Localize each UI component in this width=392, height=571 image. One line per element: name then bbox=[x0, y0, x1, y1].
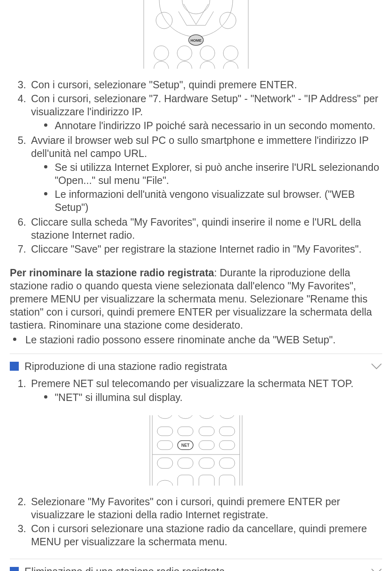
svg-point-6 bbox=[154, 46, 169, 60]
svg-rect-27 bbox=[219, 458, 235, 468]
svg-rect-24 bbox=[157, 458, 173, 468]
step-text: Cliccare sulla scheda "My Favorites", qu… bbox=[31, 216, 361, 241]
step-sub-item: Le informazioni dell'unità vengono visua… bbox=[43, 188, 382, 214]
section-header-left-2: Eliminazione di una stazione radio regis… bbox=[10, 565, 225, 571]
rename-bold: Per rinominare la stazione radio registr… bbox=[10, 267, 214, 278]
step-body: Premere NET sul telecomando per visualiz… bbox=[31, 377, 382, 405]
step-sub-item: Se si utilizza Internet Explorer, si può… bbox=[43, 161, 382, 187]
svg-point-2 bbox=[156, 12, 172, 29]
step-text: Con i cursori, selezionare "Setup", quin… bbox=[31, 79, 297, 90]
remote-net-svg: NET bbox=[149, 415, 243, 486]
svg-rect-15 bbox=[178, 427, 193, 436]
svg-rect-17 bbox=[219, 427, 235, 436]
remote-home-svg: HOME bbox=[143, 0, 249, 69]
section-header-left: Riproduzione di una stazione radio regis… bbox=[10, 360, 227, 373]
chevron-down-icon bbox=[371, 565, 382, 571]
step-number: 5. bbox=[10, 134, 31, 147]
step-text: Con i cursori selezionare una stazione r… bbox=[31, 523, 367, 547]
svg-point-8 bbox=[200, 46, 215, 60]
step-sublist: Se si utilizza Internet Explorer, si può… bbox=[31, 161, 382, 214]
step-item: 4.Con i cursori, selezionare "7. Hardwar… bbox=[10, 92, 382, 133]
section-title-play: Riproduzione di una stazione radio regis… bbox=[24, 360, 227, 373]
rename-bullets: Le stazioni radio possono essere rinomin… bbox=[10, 333, 382, 346]
step-text: Cliccare "Save" per registrare la stazio… bbox=[31, 243, 361, 255]
step-text: Selezionare "My Favorites" con i cursori… bbox=[31, 496, 340, 520]
step-text: Premere NET sul telecomando per visualiz… bbox=[31, 378, 354, 389]
svg-point-3 bbox=[220, 12, 236, 29]
blue-square-icon bbox=[10, 567, 19, 571]
svg-point-9 bbox=[223, 46, 238, 60]
step-body: Con i cursori, selezionare "7. Hardware … bbox=[31, 92, 382, 133]
step-body: Avviare il browser web sul PC o sullo sm… bbox=[31, 134, 382, 215]
steps-list-play-after: 2.Selezionare "My Favorites" con i curso… bbox=[10, 495, 382, 548]
svg-rect-22 bbox=[219, 441, 235, 450]
svg-text:HOME: HOME bbox=[191, 38, 202, 43]
svg-rect-21 bbox=[199, 441, 214, 450]
step-item: 2.Selezionare "My Favorites" con i curso… bbox=[10, 495, 382, 521]
step-number: 3. bbox=[10, 78, 31, 91]
separator-2 bbox=[10, 559, 382, 559]
section-title-delete: Eliminazione di una stazione radio regis… bbox=[24, 565, 225, 571]
step-sub-item: Annotare l'indirizzo IP poiché sarà nece… bbox=[43, 119, 382, 132]
document-page: HOME 3.Con i cursori, selezionare "Setup… bbox=[0, 0, 392, 571]
step-sublist: Annotare l'indirizzo IP poiché sarà nece… bbox=[31, 119, 382, 132]
section-header-delete[interactable]: Eliminazione di una stazione radio regis… bbox=[10, 565, 382, 571]
remote-figure-home: HOME bbox=[10, 0, 382, 72]
steps-list-play-before: 1.Premere NET sul telecomando per visual… bbox=[10, 377, 382, 405]
svg-rect-14 bbox=[157, 427, 173, 436]
step-item: 6.Cliccare sulla scheda "My Favorites", … bbox=[10, 215, 382, 242]
step-body: Cliccare "Save" per registrare la stazio… bbox=[31, 242, 382, 255]
step-body: Selezionare "My Favorites" con i cursori… bbox=[31, 495, 382, 521]
steps-list-a: 3.Con i cursori, selezionare "Setup", qu… bbox=[10, 78, 382, 255]
chevron-down-icon bbox=[371, 360, 382, 373]
step-body: Cliccare sulla scheda "My Favorites", qu… bbox=[31, 215, 382, 242]
step-item: 3.Con i cursori, selezionare "Setup", qu… bbox=[10, 78, 382, 91]
svg-rect-26 bbox=[199, 458, 214, 468]
step-item: 7.Cliccare "Save" per registrare la staz… bbox=[10, 242, 382, 255]
section-header-play[interactable]: Riproduzione di una stazione radio regis… bbox=[10, 360, 382, 373]
svg-rect-16 bbox=[199, 427, 214, 436]
step-sublist: "NET" si illumina sul display. bbox=[31, 391, 382, 404]
step-text: Avviare il browser web sul PC o sullo sm… bbox=[31, 134, 368, 159]
step-number: 1. bbox=[10, 377, 31, 390]
separator-1 bbox=[10, 354, 382, 354]
step-body: Con i cursori, selezionare "Setup", quin… bbox=[31, 78, 382, 91]
step-number: 7. bbox=[10, 242, 31, 255]
step-sub-item: "NET" si illumina sul display. bbox=[43, 391, 382, 404]
step-number: 2. bbox=[10, 495, 31, 508]
step-number: 3. bbox=[10, 522, 31, 535]
svg-text:NET: NET bbox=[181, 443, 189, 448]
step-item: 3.Con i cursori selezionare una stazione… bbox=[10, 522, 382, 548]
step-number: 6. bbox=[10, 215, 31, 228]
rename-paragraph: Per rinominare la stazione radio registr… bbox=[10, 266, 382, 331]
rename-bullet-item: Le stazioni radio possono essere rinomin… bbox=[10, 333, 382, 346]
blue-square-icon bbox=[10, 362, 19, 371]
remote-figure-net: NET bbox=[10, 415, 382, 488]
step-body: Con i cursori selezionare una stazione r… bbox=[31, 522, 382, 548]
step-item: 5.Avviare il browser web sul PC o sullo … bbox=[10, 134, 382, 215]
step-item: 1.Premere NET sul telecomando per visual… bbox=[10, 377, 382, 405]
step-text: Con i cursori, selezionare "7. Hardware … bbox=[31, 93, 378, 117]
svg-point-7 bbox=[177, 46, 192, 60]
svg-rect-18 bbox=[157, 441, 173, 450]
svg-rect-25 bbox=[178, 458, 193, 468]
step-number: 4. bbox=[10, 92, 31, 105]
